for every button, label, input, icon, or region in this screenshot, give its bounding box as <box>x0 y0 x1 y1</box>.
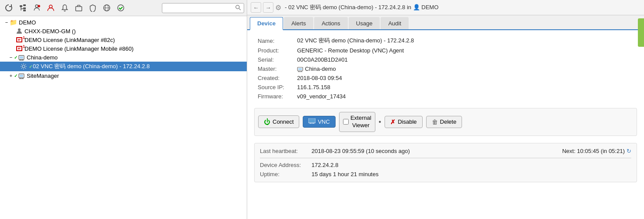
vnc-label: VNC <box>318 118 329 125</box>
external-viewer-button[interactable]: ExternalViewer <box>339 112 375 132</box>
refresh-button[interactable] <box>3 2 15 14</box>
info-row-master: Master: China-demo <box>254 64 637 73</box>
master-value: China-demo <box>294 64 637 73</box>
tab-alerts[interactable]: Alerts <box>284 17 313 29</box>
tree-label-china: China-demo <box>27 54 58 61</box>
svg-rect-1 <box>23 4 26 6</box>
heartbeat-refresh-icon[interactable]: ↻ <box>626 148 631 154</box>
info-row-source-ip: Source IP: 116.1.75.158 <box>254 83 637 92</box>
expand-icon-china[interactable]: − <box>8 55 14 60</box>
svg-point-15 <box>118 5 124 11</box>
device-address-label: Device Address: <box>260 162 308 168</box>
info-row-name: Name: 02 VNC 密码 demo (China-demo) - 172.… <box>254 35 637 46</box>
tree-item-vnc[interactable]: ✓ 02 VNC 密码 demo (China-demo) - 172.24.2… <box>0 62 247 71</box>
svg-rect-2 <box>23 7 26 9</box>
expand-icon-demo[interactable]: − <box>4 20 10 25</box>
master-device-icon <box>297 66 303 72</box>
disable-label: Disable <box>398 118 416 125</box>
svg-rect-11 <box>76 7 82 11</box>
svg-line-17 <box>239 8 241 10</box>
connect-label: Connect <box>273 118 294 125</box>
tree-item-license2[interactable]: 1 DEMO License (LinkManager Mobile #860) <box>0 44 247 53</box>
tree-label-vnc: 02 VNC 密码 demo (China-demo) - 172.24.2.8 <box>33 63 150 70</box>
source-ip-value: 116.1.75.158 <box>294 83 637 92</box>
tab-device[interactable]: Device <box>250 17 283 30</box>
source-ip-label: Source IP: <box>254 83 294 92</box>
vnc-screen-icon <box>308 118 315 125</box>
uptime-row: Uptime: 15 days 1 hour 21 minutes <box>260 171 631 177</box>
connect-button[interactable]: ⏻ Connect <box>258 115 299 128</box>
device-icon-china <box>18 54 25 61</box>
search-box[interactable] <box>162 3 244 13</box>
tree-item-chxx[interactable]: CHXX-DEMO-GM () <box>0 27 247 35</box>
serial-value: 00C0A200B1D2#01 <box>294 55 637 64</box>
svg-rect-44 <box>309 119 315 122</box>
device-info-table: Name: 02 VNC 密码 demo (China-demo) - 172.… <box>254 35 637 101</box>
info-row-firmware: Firmware: v09_vendor_17434 <box>254 92 637 101</box>
actions-bar: ⏻ Connect VNC ExternalViewer • ✗ Disable <box>254 108 637 136</box>
delete-label: Delete <box>440 118 457 125</box>
right-panel: ← → ⚙ - 02 VNC 密码 demo (China-demo) - 17… <box>247 0 644 219</box>
group-button[interactable] <box>31 2 43 14</box>
info-row-serial: Serial: 00C0A200B1D2#01 <box>254 55 637 64</box>
tree-container: − 📁 DEMO CHXX-DEMO-GM () 1 <box>0 16 247 219</box>
external-viewer-checkbox[interactable] <box>343 119 349 125</box>
serial-label: Serial: <box>254 55 294 64</box>
shield-button[interactable] <box>87 2 99 14</box>
user-button[interactable] <box>45 2 57 14</box>
svg-rect-3 <box>23 10 26 11</box>
settings-icon: ⚙ <box>275 3 281 12</box>
heartbeat-label: Last heartbeat: <box>260 148 308 154</box>
tab-usage[interactable]: Usage <box>349 17 380 29</box>
tree-button[interactable] <box>17 2 29 14</box>
heartbeat-next: Next: 10:05:45 (in 05:21) ↻ <box>562 148 631 154</box>
tree-label-demo: DEMO <box>19 19 36 26</box>
tree-item-demo[interactable]: − 📁 DEMO <box>0 18 247 27</box>
info-row-product: Product: GENERIC - Remote Desktop (VNC) … <box>254 46 637 55</box>
heartbeat-row: Last heartbeat: 2018-08-23 09:55:59 (10 … <box>260 148 631 158</box>
tab-audit[interactable]: Audit <box>381 17 409 29</box>
search-input[interactable] <box>165 5 235 11</box>
device-address-value: 172.24.2.8 <box>312 162 338 168</box>
device-icon-site <box>18 72 25 79</box>
power-icon: ⏻ <box>264 118 270 125</box>
tab-actions[interactable]: Actions <box>314 17 348 29</box>
tree-label-sitemanager: SiteManager <box>27 73 59 79</box>
svg-point-32 <box>22 65 25 68</box>
check-icon-vnc: ✓ <box>29 64 32 69</box>
globe-button[interactable] <box>101 2 113 14</box>
expand-icon-site[interactable]: + <box>8 73 14 78</box>
toolbar <box>0 0 247 16</box>
uptime-value: 15 days 1 hour 21 minutes <box>312 171 378 177</box>
tabs-bar: Device Alerts Actions Usage Audit <box>247 15 644 30</box>
back-button[interactable]: ← <box>251 2 261 13</box>
license-icon-1: 1 <box>16 36 23 43</box>
search-icon <box>235 4 241 12</box>
created-label: Created: <box>254 73 294 83</box>
tree-item-sitemanager[interactable]: + ✓ SiteManager <box>0 71 247 80</box>
svg-point-6 <box>35 5 38 7</box>
forward-button[interactable]: → <box>263 2 273 13</box>
svg-point-18 <box>18 28 21 31</box>
heartbeat-value: 2018-08-23 09:55:59 (10 seconds ago) <box>312 148 559 154</box>
check-button[interactable] <box>115 2 127 14</box>
master-label: Master: <box>254 64 294 73</box>
dot-separator: • <box>379 118 382 126</box>
header-title: - 02 VNC 密码 demo (China-demo) - 172.24.2… <box>285 3 438 11</box>
delete-button[interactable]: 🗑 Delete <box>426 116 462 128</box>
vnc-button[interactable]: VNC <box>303 116 335 128</box>
check-icon-site: ✓ <box>14 73 18 78</box>
svg-rect-39 <box>298 68 302 70</box>
disable-button[interactable]: ✗ Disable <box>385 116 422 128</box>
briefcase-button[interactable] <box>73 2 85 14</box>
bell-button[interactable] <box>59 2 71 14</box>
svg-point-16 <box>236 5 239 9</box>
tree-item-license1[interactable]: 1 DEMO License (LinkManager #82c) <box>0 35 247 44</box>
uptime-label: Uptime: <box>260 171 308 177</box>
created-value: 2018-08-03 09:54 <box>294 73 637 83</box>
folder-icon-demo: 📁 <box>10 19 17 26</box>
tree-item-china-demo[interactable]: − ✓ China-demo <box>0 53 247 62</box>
svg-rect-37 <box>20 75 23 77</box>
user-icon-chxx <box>16 28 23 35</box>
trash-icon: 🗑 <box>432 118 438 125</box>
